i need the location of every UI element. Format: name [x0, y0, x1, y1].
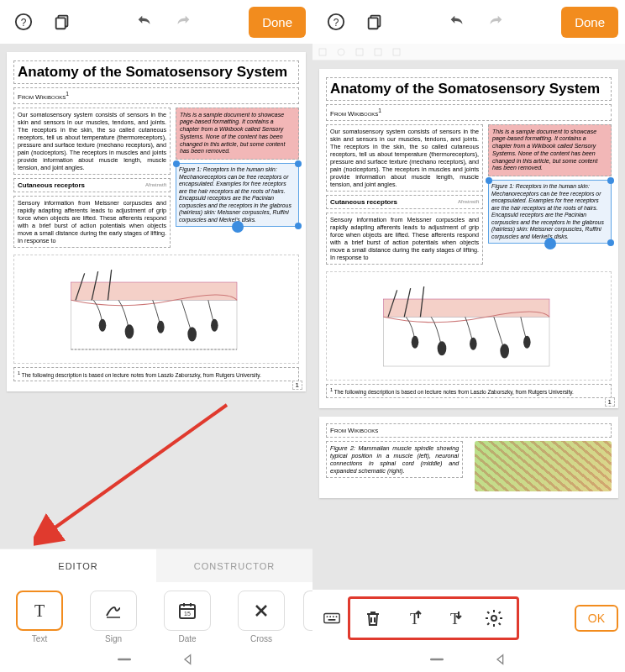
tool-sign[interactable]: Sign — [81, 591, 146, 643]
pages-icon — [365, 13, 384, 31]
tool-date[interactable]: 15 Date — [155, 591, 220, 643]
annotation-arrow-icon — [34, 396, 235, 548]
skin-diagram — [326, 271, 612, 381]
page-title: Anatomy of the Somatosensory System — [13, 60, 299, 84]
footnote: 1 The following description is based on … — [326, 384, 612, 398]
svg-rect-4 — [71, 282, 237, 300]
page-subtitle: From Wikibooks1 — [13, 87, 299, 104]
drag-handle-icon[interactable] — [232, 221, 244, 233]
nav-back-icon[interactable] — [181, 653, 195, 666]
selection-handle-icon[interactable] — [607, 239, 614, 246]
font-increase-button[interactable]: T — [399, 604, 428, 633]
selection-handle-icon[interactable] — [295, 223, 302, 229]
svg-rect-31 — [393, 49, 400, 55]
tool-cross[interactable]: Cross — [228, 591, 294, 643]
topbar: ? Done — [0, 0, 312, 44]
selection-handle-icon[interactable] — [295, 160, 302, 167]
svg-text:?: ? — [334, 17, 339, 29]
redo-icon — [174, 13, 192, 31]
muscle-diagram-thumb — [475, 441, 612, 491]
tool-text[interactable]: T Text — [7, 591, 72, 643]
redo-icon — [486, 13, 505, 31]
tab-editor[interactable]: EDITOR — [0, 549, 156, 582]
done-button[interactable]: Done — [561, 7, 618, 38]
figure-caption-selected[interactable]: Figure 1: Receptors in the human skin: M… — [488, 180, 612, 244]
text-actions-highlight: T T — [348, 596, 519, 640]
svg-rect-3 — [56, 18, 66, 29]
calendar-icon: 15 — [177, 601, 197, 621]
skin-diagram-svg — [14, 255, 298, 363]
pages-button[interactable] — [358, 5, 391, 39]
undo-button[interactable] — [128, 5, 161, 39]
ok-button[interactable]: OK — [575, 605, 618, 632]
selection-handle-icon[interactable] — [607, 177, 614, 184]
text-edit-toolbar: T T OK — [312, 590, 625, 647]
text-icon: T — [29, 601, 50, 621]
heading-cutaneous: Cutaneous receptorsAfnstnstft — [13, 178, 171, 192]
svg-line-12 — [50, 405, 227, 531]
svg-point-10 — [211, 318, 218, 331]
undo-icon — [135, 13, 154, 31]
svg-rect-50 — [430, 659, 444, 661]
redo-button[interactable] — [166, 5, 200, 39]
help-button[interactable]: ? — [7, 5, 40, 39]
skin-diagram — [13, 255, 299, 364]
page: Anatomy of the Somatosensory System From… — [7, 52, 306, 391]
secondary-toolbar — [312, 44, 625, 60]
redo-button[interactable] — [479, 5, 512, 39]
font-decrease-icon: T — [444, 608, 464, 628]
mini-icon — [318, 47, 328, 57]
svg-point-49 — [491, 616, 496, 621]
note-box: This is a sample document to showcase pa… — [488, 124, 612, 177]
mini-icon — [355, 47, 365, 57]
page-2: From Wikibooks Figure 2: Mammalian muscl… — [319, 417, 618, 498]
svg-point-35 — [438, 341, 447, 355]
svg-text:?: ? — [21, 17, 27, 29]
document-area[interactable]: Anatomy of the Somatosensory System From… — [312, 60, 625, 590]
drag-handle-icon[interactable] — [544, 238, 556, 249]
para-1: Our somatosensory system consists of sen… — [326, 124, 483, 192]
svg-point-34 — [412, 335, 419, 348]
system-nav-bar — [0, 647, 312, 672]
svg-rect-22 — [118, 659, 131, 661]
para-2: Sensory information from Meissner corpus… — [326, 213, 483, 265]
svg-point-28 — [338, 49, 344, 55]
undo-button[interactable] — [440, 5, 474, 39]
undo-icon — [448, 13, 466, 31]
help-icon: ? — [14, 13, 33, 31]
page-subtitle: From Wikibooks1 — [326, 104, 612, 121]
svg-rect-30 — [375, 49, 381, 55]
delete-button[interactable] — [359, 604, 387, 633]
keyboard-button[interactable] — [319, 609, 344, 627]
svg-point-7 — [125, 324, 134, 339]
page-title: Anatomy of the Somatosensory System — [326, 77, 612, 101]
nav-handle-icon[interactable] — [430, 653, 444, 666]
svg-text:T: T — [34, 601, 45, 620]
keyboard-icon — [323, 609, 341, 627]
pages-button[interactable] — [45, 5, 79, 39]
settings-button[interactable] — [480, 604, 508, 633]
font-decrease-button[interactable]: T — [439, 604, 468, 633]
trash-icon — [363, 608, 383, 628]
svg-rect-39 — [324, 614, 339, 623]
svg-rect-27 — [319, 49, 326, 55]
help-button[interactable]: ? — [319, 5, 353, 39]
document-area[interactable]: Anatomy of the Somatosensory System From… — [0, 44, 312, 549]
svg-point-6 — [99, 318, 107, 331]
nav-handle-icon[interactable] — [118, 653, 131, 666]
done-button[interactable]: Done — [249, 7, 306, 38]
footnote: 1 The following description is based on … — [13, 367, 299, 381]
left-pane: ? Done Anatomy of the Somatosensory Syst… — [0, 0, 312, 672]
mini-icon — [373, 47, 383, 57]
svg-rect-29 — [356, 49, 363, 55]
skin-diagram-svg — [327, 272, 611, 380]
page-number: 1 — [605, 397, 615, 407]
nav-back-icon[interactable] — [494, 653, 507, 666]
font-increase-icon: T — [403, 608, 423, 628]
figure-caption-selected[interactable]: Figure 1: Receptors in the human skin: M… — [176, 163, 299, 227]
svg-text:15: 15 — [184, 611, 191, 617]
figure-2-caption: Figure 2: Mammalian muscle spindle showi… — [326, 441, 463, 478]
mini-icon — [391, 47, 402, 57]
tool-row: T Text Sign 15 Date Cross — [0, 582, 312, 647]
tab-constructor[interactable]: CONSTRUCTOR — [156, 549, 312, 582]
